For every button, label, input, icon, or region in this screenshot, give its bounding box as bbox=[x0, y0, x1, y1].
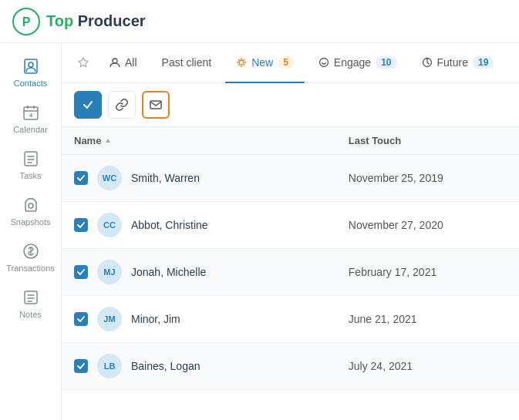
sidebar-item-calendar-label: Calendar bbox=[13, 125, 48, 134]
row-checkbox[interactable] bbox=[74, 312, 88, 326]
sidebar-item-contacts-label: Contacts bbox=[14, 79, 47, 88]
sidebar-item-contacts[interactable]: Contacts bbox=[4, 49, 58, 96]
last-touch-value: July 24, 2021 bbox=[349, 360, 413, 372]
person-icon bbox=[110, 57, 120, 68]
name-cell: JM Minor, Jim bbox=[62, 296, 336, 343]
row-checkbox[interactable] bbox=[74, 218, 88, 232]
name-column-header[interactable]: Name bbox=[62, 127, 336, 155]
sun-icon bbox=[236, 57, 247, 68]
table-row[interactable]: JM Minor, Jim June 21, 2021 bbox=[62, 296, 519, 343]
main-layout: Contacts 4 Calendar Tasks bbox=[0, 43, 519, 420]
avatar: JM bbox=[97, 307, 122, 331]
tab-all[interactable]: All bbox=[99, 43, 148, 83]
row-checkbox[interactable] bbox=[74, 359, 88, 373]
contact-name: Jonah, Michelle bbox=[131, 266, 206, 278]
tasks-icon bbox=[22, 150, 40, 168]
tabs-bar: All Past client New 5 Engage 10 bbox=[62, 43, 519, 83]
last-touch-cell: July 24, 2021 bbox=[336, 343, 519, 390]
logo: P Top Producer bbox=[12, 8, 146, 35]
engage-icon bbox=[318, 57, 329, 68]
name-cell: WC Smith, Warren bbox=[62, 155, 336, 202]
name-cell: CC Abbot, Christine bbox=[62, 202, 336, 249]
tab-future[interactable]: Future 19 bbox=[411, 43, 505, 83]
avatar: CC bbox=[97, 213, 122, 237]
row-checkbox[interactable] bbox=[74, 171, 88, 185]
avatar: MJ bbox=[97, 260, 122, 284]
link-button[interactable] bbox=[108, 91, 136, 119]
last-touch-cell: June 21, 2021 bbox=[336, 296, 519, 343]
last-touch-cell: November 25, 2019 bbox=[336, 155, 519, 202]
contacts-table: Name Last Touch bbox=[62, 127, 519, 420]
tab-new[interactable]: New 5 bbox=[225, 43, 305, 83]
sidebar-item-notes[interactable]: Notes bbox=[4, 281, 58, 327]
select-all-button[interactable] bbox=[74, 91, 102, 119]
snapshots-icon bbox=[22, 196, 40, 214]
last-touch-cell: February 17, 2021 bbox=[336, 249, 519, 296]
table-header-row: Name Last Touch bbox=[62, 127, 519, 155]
table-row[interactable]: CC Abbot, Christine November 27, 2020 bbox=[62, 202, 519, 249]
contact-name: Minor, Jim bbox=[131, 313, 180, 325]
svg-text:4: 4 bbox=[29, 112, 32, 119]
tab-past-client[interactable]: Past client bbox=[151, 43, 223, 83]
transactions-icon bbox=[22, 242, 40, 260]
future-icon bbox=[422, 57, 433, 68]
contact-name: Smith, Warren bbox=[131, 172, 200, 184]
last-touch-column-header: Last Touch bbox=[336, 127, 519, 155]
svg-point-11 bbox=[239, 60, 244, 65]
table-row[interactable]: WC Smith, Warren November 25, 2019 bbox=[62, 155, 519, 202]
contact-name: Abbot, Christine bbox=[131, 219, 208, 231]
avatar: WC bbox=[97, 166, 122, 190]
content-area: All Past client New 5 Engage 10 bbox=[62, 43, 519, 420]
logo-icon: P bbox=[12, 8, 40, 35]
row-checkbox[interactable] bbox=[74, 265, 88, 279]
calendar-icon: 4 bbox=[22, 103, 40, 122]
name-cell: MJ Jonah, Michelle bbox=[62, 249, 336, 296]
svg-rect-6 bbox=[25, 152, 37, 166]
last-touch-value: November 27, 2020 bbox=[349, 219, 443, 231]
name-cell: LB Baines, Logan bbox=[62, 343, 336, 390]
sidebar: Contacts 4 Calendar Tasks bbox=[0, 43, 62, 420]
future-badge: 19 bbox=[473, 56, 494, 69]
sidebar-item-snapshots-label: Snapshots bbox=[11, 217, 51, 227]
sidebar-item-notes-label: Notes bbox=[19, 310, 42, 319]
svg-point-10 bbox=[113, 59, 117, 63]
sidebar-item-snapshots[interactable]: Snapshots bbox=[4, 188, 58, 234]
logo-text: Top Producer bbox=[46, 12, 146, 30]
table-row[interactable]: LB Baines, Logan July 24, 2021 bbox=[62, 343, 519, 390]
svg-text:P: P bbox=[22, 15, 31, 29]
engage-badge: 10 bbox=[376, 56, 396, 69]
star-tab[interactable] bbox=[71, 51, 96, 76]
sort-icon bbox=[104, 137, 112, 145]
svg-point-7 bbox=[29, 203, 33, 208]
tab-engage[interactable]: Engage 10 bbox=[308, 43, 408, 83]
svg-point-12 bbox=[319, 58, 328, 66]
contacts-icon bbox=[22, 57, 40, 76]
sidebar-item-tasks-label: Tasks bbox=[19, 171, 41, 180]
last-touch-value: November 25, 2019 bbox=[349, 172, 443, 184]
sidebar-item-tasks[interactable]: Tasks bbox=[4, 142, 58, 188]
contact-name: Baines, Logan bbox=[131, 360, 201, 372]
app-header: P Top Producer bbox=[0, 0, 519, 43]
new-badge: 5 bbox=[278, 56, 294, 69]
notes-icon bbox=[22, 288, 40, 307]
avatar: LB bbox=[97, 354, 122, 378]
toolbar bbox=[62, 83, 519, 127]
email-button[interactable] bbox=[142, 91, 170, 119]
sidebar-item-transactions-label: Transactions bbox=[6, 264, 55, 273]
svg-point-3 bbox=[29, 62, 33, 67]
sidebar-item-transactions[interactable]: Transactions bbox=[4, 234, 58, 281]
last-touch-value: February 17, 2021 bbox=[349, 266, 436, 278]
svg-rect-14 bbox=[150, 101, 161, 109]
last-touch-cell: November 27, 2020 bbox=[336, 202, 519, 249]
table-row[interactable]: MJ Jonah, Michelle February 17, 2021 bbox=[62, 249, 519, 296]
sidebar-item-calendar[interactable]: 4 Calendar bbox=[4, 96, 58, 142]
last-touch-value: June 21, 2021 bbox=[349, 313, 417, 325]
